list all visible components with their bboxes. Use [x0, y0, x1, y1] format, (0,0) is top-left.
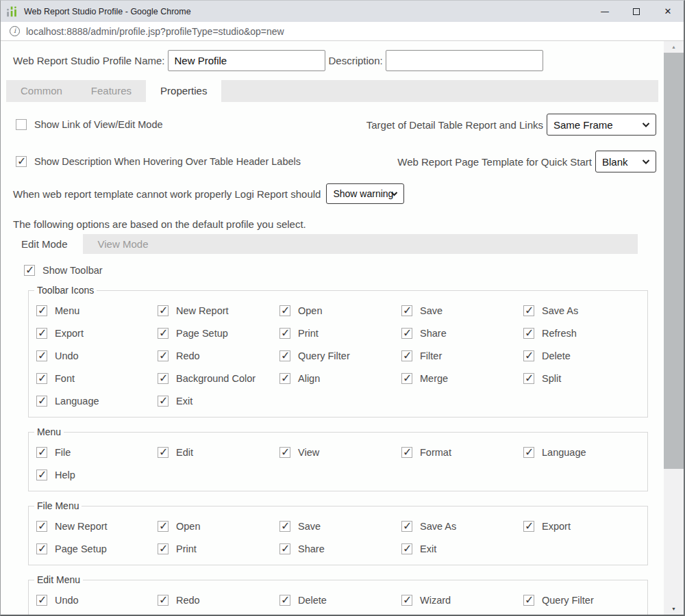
tab-features[interactable]: Features [77, 80, 146, 102]
checkbox-item-language[interactable]: Language [36, 396, 158, 407]
target-select[interactable]: Same Frame [547, 114, 656, 136]
checkbox[interactable] [16, 156, 27, 167]
checkbox[interactable] [401, 373, 412, 384]
checkbox[interactable] [36, 595, 47, 606]
checkbox[interactable] [523, 373, 534, 384]
checkbox[interactable] [523, 328, 534, 339]
checkbox-item-refresh[interactable]: Refresh [523, 328, 647, 339]
checkbox-item-undo[interactable]: Undo [36, 595, 158, 606]
checkbox[interactable] [401, 305, 412, 316]
checkbox-item-font[interactable]: Font [36, 373, 158, 384]
checkbox[interactable] [36, 328, 47, 339]
checkbox[interactable] [279, 328, 290, 339]
checkbox-item-print[interactable]: Print [279, 328, 401, 339]
checkbox-item-share[interactable]: Share [279, 543, 401, 554]
checkbox[interactable] [523, 305, 534, 316]
checkbox[interactable] [279, 305, 290, 316]
checkbox-item-export[interactable]: Export [36, 328, 158, 339]
checkbox-item-view[interactable]: View [279, 447, 401, 458]
checkbox-item-share[interactable]: Share [401, 328, 523, 339]
checkbox[interactable] [158, 305, 169, 316]
close-button[interactable]: ✕ [652, 1, 684, 22]
checkbox-item-page-setup[interactable]: Page Setup [158, 328, 279, 339]
checkbox[interactable] [24, 265, 35, 276]
scrollbar-thumb[interactable] [664, 53, 684, 469]
url-text[interactable]: localhost:8888/admin/profile.jsp?profile… [26, 26, 284, 37]
checkbox-item-new-report[interactable]: New Report [36, 521, 158, 532]
checkbox[interactable] [158, 447, 169, 458]
checkbox[interactable] [36, 447, 47, 458]
checkbox[interactable] [16, 119, 27, 130]
checkbox-item-edit[interactable]: Edit [158, 447, 279, 458]
checkbox[interactable] [158, 543, 169, 554]
checkbox[interactable] [279, 350, 290, 361]
checkbox-item-page-setup[interactable]: Page Setup [36, 543, 158, 554]
info-icon[interactable]: i [10, 26, 20, 36]
checkbox-item-save-as[interactable]: Save As [401, 521, 523, 532]
checkbox[interactable] [36, 305, 47, 316]
checkbox[interactable] [523, 447, 534, 458]
checkbox-item-split[interactable]: Split [523, 373, 647, 384]
checkbox-item-delete[interactable]: Delete [279, 595, 401, 606]
checkbox-item-save-as[interactable]: Save As [523, 305, 647, 316]
checkbox[interactable] [279, 543, 290, 554]
maximize-button[interactable] [621, 1, 652, 22]
mode-tab-view-mode[interactable]: View Mode [83, 234, 164, 254]
checkbox-item-open[interactable]: Open [158, 521, 279, 532]
checkbox[interactable] [401, 350, 412, 361]
checkbox[interactable] [36, 350, 47, 361]
checkbox[interactable] [523, 595, 534, 606]
checkbox-item-menu[interactable]: Menu [36, 305, 158, 316]
show-toolbar-checkbox-item[interactable]: Show Toolbar [24, 265, 663, 276]
checkbox-item-filter[interactable]: Filter [401, 350, 523, 361]
checkbox-item-align[interactable]: Align [279, 373, 401, 384]
checkbox[interactable] [158, 595, 169, 606]
checkbox[interactable] [158, 373, 169, 384]
scroll-up-button[interactable]: ▲ [664, 41, 684, 53]
description-input[interactable] [386, 50, 543, 71]
checkbox[interactable] [158, 350, 169, 361]
checkbox-item-export[interactable]: Export [523, 521, 647, 532]
checkbox[interactable] [279, 595, 290, 606]
template-select[interactable]: Blank [595, 151, 656, 172]
checkbox[interactable] [279, 373, 290, 384]
checkbox-item-file[interactable]: File [36, 447, 158, 458]
checkbox[interactable] [36, 373, 47, 384]
profile-name-input[interactable] [168, 50, 325, 71]
checkbox[interactable] [401, 447, 412, 458]
minimize-button[interactable]: — [589, 1, 621, 22]
checkbox[interactable] [401, 328, 412, 339]
vertical-scrollbar[interactable]: ▲ ▼ [664, 41, 684, 615]
checkbox-item-exit[interactable]: Exit [401, 543, 523, 554]
show-description-checkbox-item[interactable]: Show Description When Hovering Over Tabl… [16, 156, 301, 167]
checkbox-item-save[interactable]: Save [279, 521, 401, 532]
checkbox[interactable] [158, 328, 169, 339]
checkbox-item-query-filter[interactable]: Query Filter [523, 595, 647, 606]
checkbox[interactable] [401, 521, 412, 532]
checkbox-item-redo[interactable]: Redo [158, 595, 279, 606]
checkbox-item-wizard[interactable]: Wizard [401, 595, 523, 606]
checkbox[interactable] [523, 521, 534, 532]
checkbox[interactable] [36, 396, 47, 407]
checkbox-item-exit[interactable]: Exit [158, 396, 279, 407]
checkbox-item-query-filter[interactable]: Query Filter [279, 350, 401, 361]
checkbox-item-help[interactable]: Help [36, 470, 158, 480]
checkbox[interactable] [279, 447, 290, 458]
checkbox-item-new-report[interactable]: New Report [158, 305, 279, 316]
show-link-checkbox-item[interactable]: Show Link of View/Edit Mode [16, 119, 163, 130]
checkbox[interactable] [401, 543, 412, 554]
checkbox-item-merge[interactable]: Merge [401, 373, 523, 384]
checkbox[interactable] [36, 470, 47, 480]
checkbox-item-language[interactable]: Language [523, 447, 647, 458]
checkbox[interactable] [401, 595, 412, 606]
checkbox[interactable] [158, 396, 169, 407]
checkbox-item-open[interactable]: Open [279, 305, 401, 316]
checkbox-item-redo[interactable]: Redo [158, 350, 279, 361]
checkbox[interactable] [523, 350, 534, 361]
url-bar[interactable]: i localhost:8888/admin/profile.jsp?profi… [1, 22, 684, 41]
mode-tab-edit-mode[interactable]: Edit Mode [6, 234, 83, 254]
scroll-down-button[interactable]: ▼ [664, 603, 684, 615]
checkbox[interactable] [36, 543, 47, 554]
checkbox-item-save[interactable]: Save [401, 305, 523, 316]
tab-properties[interactable]: Properties [146, 80, 221, 102]
